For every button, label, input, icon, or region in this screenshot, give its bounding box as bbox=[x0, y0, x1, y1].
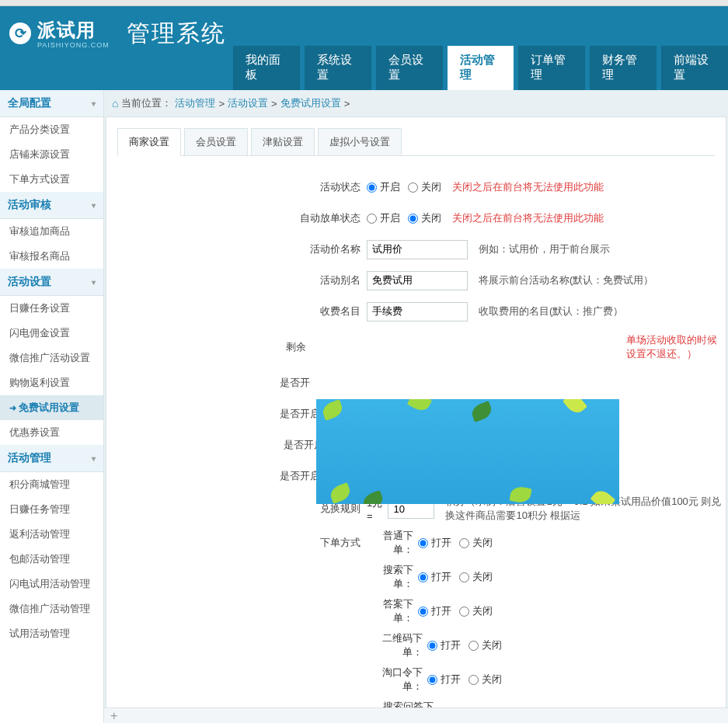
logo-sub: PAISHIYONG.COM bbox=[37, 41, 110, 49]
side-item-3-1[interactable]: 日赚任务管理 bbox=[0, 497, 103, 522]
radio-search-close[interactable]: 关闭 bbox=[459, 570, 493, 584]
label-remain: 剩余 bbox=[106, 340, 312, 354]
radio-tkl-open[interactable]: 打开 bbox=[427, 673, 461, 687]
breadcrumb: ⌂ 当前位置： 活动管理 > 活动设置 > 免费试用设置 > bbox=[104, 90, 728, 116]
nav-item-0[interactable]: 我的面板 bbox=[233, 46, 300, 90]
radio-answer-close[interactable]: 关闭 bbox=[459, 604, 493, 618]
side-item-3-2[interactable]: 返利活动管理 bbox=[0, 522, 103, 547]
radio-search-open[interactable]: 打开 bbox=[418, 570, 451, 584]
top-nav: 我的面板系统设置会员设置活动管理订单管理财务管理前端设置 bbox=[0, 61, 728, 90]
side-group-1[interactable]: 活动审核▾ bbox=[0, 192, 103, 219]
label-pricename: 活动价名称 bbox=[106, 242, 367, 256]
radio-normal-open[interactable]: 打开 bbox=[418, 536, 451, 550]
nav-item-5[interactable]: 财务管理 bbox=[590, 46, 657, 90]
nav-item-4[interactable]: 订单管理 bbox=[518, 46, 585, 90]
nav-item-1[interactable]: 系统设置 bbox=[305, 46, 371, 90]
tabs: 商家设置会员设置津贴设置虚拟小号设置 bbox=[117, 128, 715, 156]
nav-item-2[interactable]: 会员设置 bbox=[376, 46, 443, 90]
tab-3[interactable]: 虚拟小号设置 bbox=[318, 128, 402, 155]
side-item-2-5[interactable]: 优惠券设置 bbox=[0, 420, 103, 445]
radio-auto-open[interactable]: 开启 bbox=[367, 211, 400, 225]
browser-bookmark-bar bbox=[0, 0, 728, 6]
side-item-3-0[interactable]: 积分商城管理 bbox=[0, 472, 103, 497]
side-item-3-3[interactable]: 包邮活动管理 bbox=[0, 547, 103, 572]
side-group-0[interactable]: 全局配置▾ bbox=[0, 90, 103, 117]
radio-status-open[interactable]: 开启 bbox=[367, 180, 400, 194]
hint-alias: 将展示前台活动名称(默认：免费试用） bbox=[479, 273, 653, 287]
side-item-0-2[interactable]: 下单方式设置 bbox=[0, 167, 103, 192]
label-method: 下单方式 bbox=[106, 536, 367, 550]
logo-title: 管理系统 bbox=[127, 18, 226, 50]
input-pricename[interactable] bbox=[367, 240, 468, 259]
radio-auto-close[interactable]: 关闭 bbox=[408, 211, 441, 225]
footer-bar: + bbox=[104, 707, 728, 723]
warn-remain: 单场活动收取的时候设置不退还。） bbox=[626, 333, 726, 361]
side-item-0-0[interactable]: 产品分类设置 bbox=[0, 117, 103, 142]
crumb-2[interactable]: 免费试用设置 bbox=[280, 96, 341, 110]
label-status: 活动状态 bbox=[106, 180, 367, 194]
overlay-banner bbox=[316, 399, 619, 504]
side-item-3-5[interactable]: 微信推广活动管理 bbox=[0, 596, 103, 621]
content-area: ⌂ 当前位置： 活动管理 > 活动设置 > 免费试用设置 > 商家设置会员设置津… bbox=[104, 90, 728, 723]
input-feename[interactable] bbox=[367, 302, 468, 322]
radio-status-close[interactable]: 关闭 bbox=[408, 180, 441, 194]
warn-auto: 关闭之后在前台将无法使用此功能 bbox=[452, 211, 604, 225]
label-auto: 自动放单状态 bbox=[106, 211, 367, 225]
logo-icon: ⟳ bbox=[9, 23, 31, 44]
side-item-1-1[interactable]: 审核报名商品 bbox=[0, 244, 103, 269]
label-alias: 活动别名 bbox=[106, 273, 367, 287]
radio-answer-open[interactable]: 打开 bbox=[418, 604, 451, 618]
tab-2[interactable]: 津贴设置 bbox=[251, 128, 315, 155]
side-item-0-1[interactable]: 店铺来源设置 bbox=[0, 142, 103, 167]
radio-qr-close[interactable]: 关闭 bbox=[468, 638, 502, 652]
sidebar: 全局配置▾产品分类设置店铺来源设置下单方式设置活动审核▾审核追加商品审核报名商品… bbox=[0, 90, 104, 723]
radio-normal-close[interactable]: 关闭 bbox=[459, 536, 493, 550]
side-group-3[interactable]: 活动管理▾ bbox=[0, 445, 103, 472]
tab-0[interactable]: 商家设置 bbox=[117, 128, 181, 156]
home-icon: ⌂ bbox=[112, 97, 118, 109]
side-item-2-3[interactable]: 购物返利设置 bbox=[0, 370, 103, 395]
side-item-2-4[interactable]: 免费试用设置 bbox=[0, 395, 103, 420]
side-item-1-0[interactable]: 审核追加商品 bbox=[0, 219, 103, 244]
label-feename: 收费名目 bbox=[106, 304, 367, 318]
plus-icon[interactable]: + bbox=[110, 709, 117, 723]
nav-item-3[interactable]: 活动管理 bbox=[448, 46, 514, 90]
input-alias[interactable] bbox=[367, 271, 468, 290]
tab-1[interactable]: 会员设置 bbox=[184, 128, 248, 155]
radio-tkl-close[interactable]: 关闭 bbox=[468, 673, 502, 687]
crumb-0[interactable]: 活动管理 bbox=[175, 96, 215, 110]
warn-status: 关闭之后在前台将无法使用此功能 bbox=[452, 180, 604, 194]
logo-main: 派试用 bbox=[37, 18, 110, 43]
nav-item-6[interactable]: 前端设置 bbox=[661, 46, 728, 90]
side-item-2-0[interactable]: 日赚任务设置 bbox=[0, 296, 103, 321]
label-isopen: 是否开 bbox=[106, 376, 316, 390]
hint-pricename: 例如：试用价，用于前台展示 bbox=[479, 242, 610, 256]
side-group-2[interactable]: 活动设置▾ bbox=[0, 269, 103, 296]
radio-qr-open[interactable]: 打开 bbox=[427, 638, 461, 652]
side-item-2-1[interactable]: 闪电佣金设置 bbox=[0, 321, 103, 346]
side-item-2-2[interactable]: 微信推广活动设置 bbox=[0, 346, 103, 370]
hint-feename: 收取费用的名目(默认：推广费） bbox=[479, 304, 623, 318]
side-item-3-4[interactable]: 闪电试用活动管理 bbox=[0, 572, 103, 596]
side-item-3-6[interactable]: 试用活动管理 bbox=[0, 621, 103, 646]
crumb-1[interactable]: 活动设置 bbox=[228, 96, 268, 110]
